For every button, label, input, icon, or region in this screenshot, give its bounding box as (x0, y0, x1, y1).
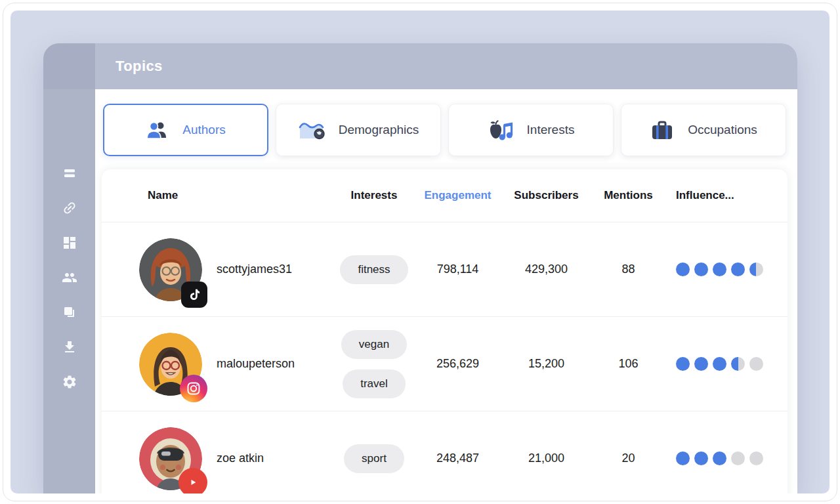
tab-bar: Authors Demographics (103, 104, 786, 156)
influence-dot (676, 357, 690, 371)
influence-dot (694, 357, 708, 371)
column-header-interests[interactable]: Interests (328, 189, 420, 202)
tab-label: Demographics (339, 123, 419, 137)
table-header-row: Name Interests Engagement Subscribers Me… (102, 169, 788, 222)
authors-table: Name Interests Engagement Subscribers Me… (102, 169, 788, 494)
column-header-engagement[interactable]: Engagement (420, 189, 495, 202)
column-header-influence[interactable]: Influence... (660, 189, 788, 202)
people-icon[interactable] (62, 270, 77, 285)
subscribers-value: 21,000 (495, 452, 597, 465)
author-name: zoe atkin (217, 452, 264, 465)
influence-dot (731, 452, 745, 465)
tab-demographics[interactable]: Demographics (276, 104, 441, 156)
mentions-value: 106 (597, 357, 660, 371)
author-cell: zoe atkin (102, 427, 328, 490)
subscribers-value: 15,200 (495, 357, 597, 371)
column-header-subscribers[interactable]: Subscribers (495, 189, 597, 202)
page-title: Topics (116, 58, 163, 75)
table-row[interactable]: maloupeterson vegan travel 256,629 15,20… (102, 316, 788, 411)
column-header-name[interactable]: Name (102, 189, 328, 202)
influence-dot (713, 357, 726, 371)
influence-rating (660, 452, 788, 465)
influence-dot (694, 452, 708, 465)
copy-icon[interactable] (62, 304, 77, 320)
author-name: maloupeterson (217, 357, 295, 371)
app-window: Topics Authors (43, 43, 797, 494)
tab-label: Occupations (688, 123, 757, 137)
main-content: Authors Demographics (95, 89, 797, 494)
interest-tag: fitness (340, 255, 408, 284)
sidebar (43, 43, 95, 494)
table-row[interactable]: scottyjames31 fitness 798,114 429,300 88 (102, 222, 788, 316)
titlebar: Topics (95, 43, 797, 89)
influence-dot (749, 262, 763, 276)
desktop-background: Topics Authors (10, 10, 830, 494)
column-header-mentions[interactable]: Mentions (597, 189, 660, 202)
author-name: scottyjames31 (217, 262, 292, 276)
tiktok-badge-icon (181, 282, 207, 308)
youtube-badge-icon (178, 468, 207, 494)
influence-rating (660, 357, 788, 371)
interests-cell: vegan travel (328, 330, 420, 398)
tab-occupations[interactable]: Occupations (621, 104, 786, 156)
author-cell: scottyjames31 (102, 238, 328, 301)
mentions-value: 20 (597, 452, 660, 465)
interests-cell: fitness (328, 255, 420, 284)
influence-dot (694, 262, 708, 276)
authors-icon (146, 120, 169, 140)
demographics-icon (298, 119, 326, 141)
interests-cell: sport (328, 444, 420, 473)
dashboard-icon[interactable] (62, 235, 77, 251)
menu-icon[interactable] (62, 165, 77, 181)
influence-dot (731, 262, 745, 276)
interest-tag: sport (344, 444, 404, 473)
author-cell: maloupeterson (102, 333, 328, 396)
occupations-icon (650, 119, 675, 141)
avatar (139, 427, 202, 490)
mentions-value: 88 (597, 262, 660, 276)
influence-dot (749, 452, 763, 465)
instagram-badge-icon (180, 375, 207, 402)
influence-dot (676, 452, 690, 465)
link-icon[interactable] (62, 200, 77, 216)
interest-tag: travel (343, 369, 406, 398)
tab-authors[interactable]: Authors (103, 104, 268, 156)
influence-dot (713, 452, 726, 465)
interests-icon (488, 119, 514, 141)
engagement-value: 248,487 (420, 452, 495, 465)
avatar (139, 238, 202, 301)
tab-label: Interests (527, 123, 575, 137)
avatar (139, 333, 202, 396)
influence-rating (660, 262, 788, 276)
influence-dot (749, 357, 763, 371)
interest-tag: vegan (341, 330, 407, 359)
influence-dot (731, 357, 745, 371)
subscribers-value: 429,300 (495, 262, 597, 276)
table-row[interactable]: zoe atkin sport 248,487 21,000 20 (102, 411, 788, 494)
engagement-value: 256,629 (420, 357, 495, 371)
settings-icon[interactable] (62, 374, 77, 390)
tab-label: Authors (182, 123, 225, 137)
influence-dot (713, 262, 726, 276)
sidebar-top-cap (43, 43, 95, 89)
download-icon[interactable] (62, 339, 77, 355)
tab-interests[interactable]: Interests (448, 104, 614, 156)
influence-dot (676, 262, 690, 276)
engagement-value: 798,114 (420, 262, 495, 276)
